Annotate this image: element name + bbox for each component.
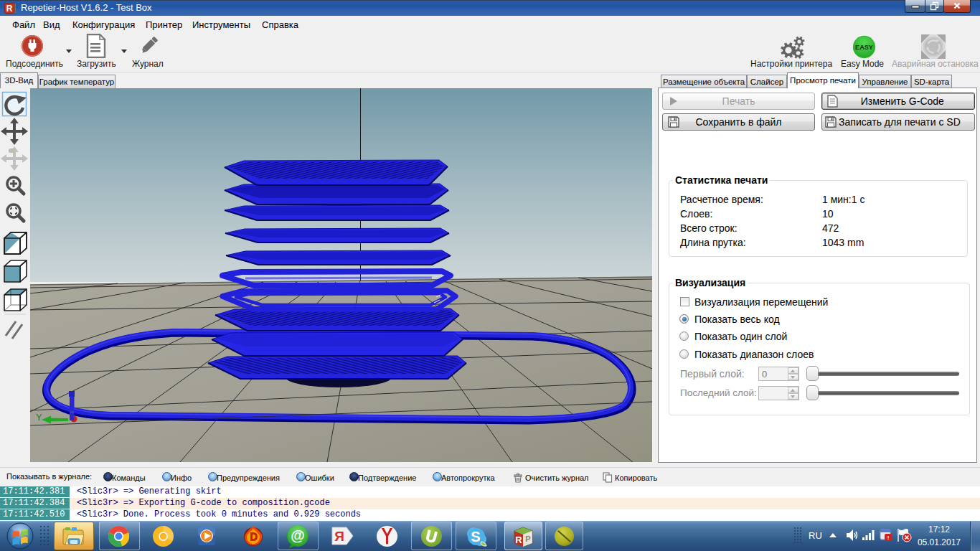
svg-text:S: S (471, 529, 480, 545)
svg-text:!: ! (887, 534, 890, 541)
svg-text:R: R (6, 4, 13, 14)
svg-text:Y: Y (36, 412, 42, 423)
svg-text:EASY: EASY (855, 44, 873, 51)
svg-text:R: R (515, 534, 522, 545)
svg-text:Я: Я (334, 529, 344, 544)
svg-text:@: @ (291, 527, 305, 543)
svg-text:P: P (525, 534, 530, 543)
